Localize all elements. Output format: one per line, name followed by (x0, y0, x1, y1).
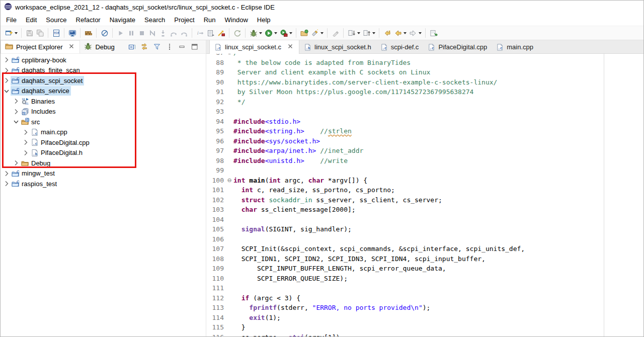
dropdown-arrow-icon[interactable] (289, 32, 292, 34)
tree-item-binaries[interactable]: 1001Binaries (1, 96, 206, 107)
new-button[interactable] (4, 27, 19, 39)
build-button[interactable] (83, 27, 94, 39)
link-with-editor-button[interactable] (140, 43, 148, 51)
tree-item-daqhats-scpi-socket[interactable]: Cdaqhats_scpi_socket (1, 75, 206, 86)
tree-item-includes[interactable]: hIncludes (1, 107, 206, 117)
dropdown-arrow-icon[interactable] (15, 32, 18, 34)
c-project-folder-icon: C (11, 169, 20, 178)
menu-window[interactable]: Window (220, 15, 253, 25)
filter-button[interactable] (153, 43, 161, 51)
view-tab-debug[interactable]: Debug (80, 40, 118, 53)
editor-tab-linux-scpi-socket-h[interactable]: .hlinux_scpi_socket.h (299, 40, 376, 53)
code-line-91: 91 by Silver Moon https://plus.google.co… (206, 87, 604, 97)
collapse-all-button[interactable] (128, 43, 136, 51)
forward-button[interactable] (408, 27, 423, 39)
chevron-right-icon[interactable] (3, 56, 11, 64)
previous-annotation-button[interactable] (361, 27, 376, 39)
close-icon[interactable] (67, 42, 75, 52)
tree-item-daqhats-finite-scan[interactable]: Cdaqhats_finite_scan (1, 65, 206, 76)
code-text: by Silver Moon https://plus.google.com/1… (233, 87, 473, 97)
binary-file-button[interactable]: 010 (51, 27, 61, 39)
chevron-right-icon[interactable] (22, 149, 30, 157)
debug-button[interactable] (248, 27, 263, 39)
editor-tab-pifacedigital-cpp[interactable]: .cPifaceDigital.cpp (423, 40, 492, 53)
search-button[interactable] (309, 27, 325, 39)
chevron-right-icon[interactable] (22, 138, 30, 146)
tree-item-cpplibrary-book[interactable]: Ccpplibrary-book (1, 55, 206, 65)
line-number: 104 (206, 215, 225, 225)
menu-search[interactable]: Search (140, 15, 170, 25)
tree-item-raspios-test[interactable]: Craspios_test (1, 179, 206, 189)
view-menu-button[interactable] (166, 43, 174, 51)
dropdown-arrow-icon[interactable] (274, 32, 277, 34)
code-line-99: 99 (206, 165, 604, 176)
overview-ruler[interactable] (604, 54, 643, 337)
code-editor[interactable]: 87⊖/*88 * the below code is adapted from… (206, 54, 604, 337)
chevron-down-icon[interactable] (12, 118, 20, 126)
chevron-right-icon[interactable] (12, 108, 20, 116)
open-project-button[interactable] (299, 27, 309, 39)
tree-item-mingw-test[interactable]: Cmingw_test (1, 168, 206, 179)
back-button[interactable] (392, 27, 408, 39)
step-filters-icon (217, 29, 225, 37)
fold-marker-icon[interactable]: ⊖ (225, 54, 233, 58)
code-line-92: 92 */ (206, 97, 604, 107)
external-tools-button[interactable] (278, 27, 293, 39)
skip-breakpoints-button[interactable] (99, 27, 110, 39)
pin-editor-button[interactable] (428, 27, 439, 39)
dropdown-arrow-icon[interactable] (419, 32, 422, 34)
chevron-right-icon[interactable] (3, 180, 11, 188)
terminate-icon (137, 29, 146, 37)
use-step-filters-button[interactable] (216, 27, 226, 39)
tree-item-src[interactable]: Csrc (1, 117, 206, 127)
menu-source[interactable]: Source (41, 15, 71, 25)
fold-marker-icon[interactable]: ⊖ (225, 176, 233, 186)
line-number: 114 (206, 313, 225, 323)
code-text: #include<unistd.h> //write (233, 156, 348, 166)
menu-edit[interactable]: Edit (21, 15, 41, 25)
line-number: 116 (206, 332, 225, 337)
chevron-right-icon[interactable] (3, 76, 11, 85)
console-button[interactable] (67, 27, 77, 39)
tree-item-debug[interactable]: Debug (1, 158, 206, 168)
toolbar-separator (245, 28, 246, 38)
tree-item-pifacedigital-h[interactable]: .hPifaceDigital.h (1, 148, 206, 158)
instruction-stepping-button[interactable] (205, 27, 216, 39)
chevron-right-icon[interactable] (3, 170, 11, 178)
menu-file[interactable]: File (2, 15, 21, 25)
editor-tab-scpi-def-c[interactable]: .cscpi-def.c (376, 40, 424, 53)
close-icon[interactable] (286, 42, 294, 52)
editor-tab-main-cpp[interactable]: .cmain.cpp (492, 40, 538, 53)
minimize-button[interactable] (178, 43, 186, 51)
line-number: 109 (206, 264, 225, 274)
chevron-down-icon[interactable] (3, 87, 11, 95)
skip-breakpoints-icon (100, 29, 109, 37)
dropdown-arrow-icon[interactable] (259, 32, 262, 34)
menu-run[interactable]: Run (199, 15, 220, 25)
menu-help[interactable]: Help (253, 15, 275, 25)
dropdown-arrow-icon[interactable] (404, 32, 407, 34)
editor-tab-linux-scpi-socket-c[interactable]: .clinux_scpi_socket.c (209, 40, 299, 54)
tree-item-main-cpp[interactable]: .cmain.cpp (1, 127, 206, 138)
menu-project[interactable]: Project (170, 15, 199, 25)
new-wizard-icon (5, 29, 13, 37)
view-tab-project-explorer[interactable]: Project Explorer (1, 40, 80, 53)
menu-refactor[interactable]: Refactor (71, 15, 105, 25)
tree-item-pifacedigital-cpp[interactable]: .cPifaceDigital.cpp (1, 137, 206, 148)
c-project-folder-icon: C (11, 76, 20, 85)
maximize-button[interactable] (191, 43, 199, 51)
dropdown-arrow-icon[interactable] (320, 32, 324, 34)
chevron-right-icon[interactable] (22, 128, 30, 136)
chevron-right-icon[interactable] (12, 97, 20, 105)
chevron-right-icon[interactable] (3, 66, 11, 74)
dropdown-arrow-icon[interactable] (357, 32, 360, 34)
last-edit-location-button[interactable] (382, 27, 392, 39)
menu-navigate[interactable]: Navigate (105, 15, 140, 25)
line-number: 112 (206, 293, 225, 303)
run-button[interactable] (263, 27, 278, 39)
next-annotation-button[interactable] (346, 27, 361, 39)
tree-item-daqhats-service[interactable]: Cdaqhats_service (1, 86, 206, 97)
dropdown-arrow-icon[interactable] (372, 32, 375, 34)
code-line-116: 116 ss_portno = atoi(argv[1]); (206, 332, 604, 337)
chevron-right-icon[interactable] (12, 159, 20, 167)
